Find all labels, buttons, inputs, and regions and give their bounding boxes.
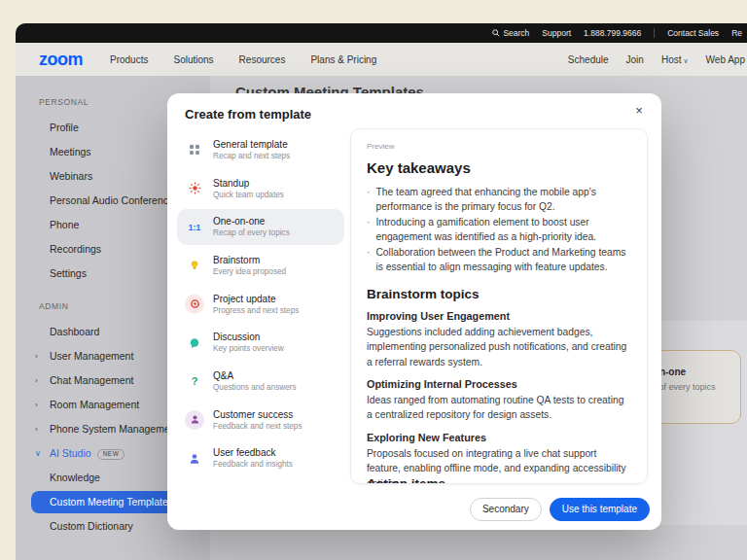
- template-project-update[interactable]: Project updateProgress and next steps: [177, 287, 344, 323]
- secondary-button[interactable]: Secondary: [470, 498, 542, 521]
- nav-solutions[interactable]: Solutions: [173, 54, 213, 65]
- search-link[interactable]: Search: [492, 28, 529, 38]
- chevron-right-icon: ›: [35, 344, 38, 368]
- qa-icon: ?: [185, 371, 204, 391]
- nav-schedule[interactable]: Schedule: [568, 54, 609, 65]
- general-template-icon: [185, 140, 204, 159]
- modal-footer: Secondary Use this template: [470, 498, 650, 521]
- template-preview-panel[interactable]: Preview Key takeaways ·The team agreed t…: [350, 128, 648, 484]
- nav-plans-pricing[interactable]: Plans & Pricing: [310, 54, 376, 65]
- use-this-template-button[interactable]: Use this template: [550, 498, 650, 521]
- customer-success-icon: [185, 410, 204, 430]
- phone-number[interactable]: 1.888.799.9666: [584, 28, 641, 38]
- chevron-right-icon: ›: [35, 417, 38, 441]
- discussion-icon: [185, 333, 204, 353]
- chevron-down-icon: ∨: [35, 441, 41, 466]
- template-standup[interactable]: StandupQuick team updates: [177, 171, 344, 207]
- takeaway-bullet: ·Introducing a gamification element to b…: [367, 215, 631, 245]
- search-label: Search: [503, 28, 529, 38]
- preview-label: Preview: [367, 142, 631, 151]
- modal-title: Create from template: [185, 107, 311, 122]
- template-list: General templateRecap and next steps Sta…: [177, 132, 344, 479]
- takeaway-bullet: ·The team agreed that enhancing the mobi…: [367, 185, 631, 215]
- request-demo-link[interactable]: Re: [731, 28, 742, 38]
- preview-subheading: Brainstorm topics: [367, 287, 631, 301]
- template-general[interactable]: General templateRecap and next steps: [177, 132, 344, 168]
- preview-heading: Key takeaways: [367, 159, 631, 176]
- clipped-heading: Action items: [367, 476, 445, 484]
- chevron-right-icon: ›: [35, 368, 38, 393]
- nav-host[interactable]: Host∨: [661, 54, 689, 65]
- chevron-right-icon: ›: [35, 393, 38, 417]
- close-icon[interactable]: ×: [630, 102, 648, 120]
- nav-resources[interactable]: Resources: [239, 54, 286, 65]
- project-update-icon: [185, 295, 204, 314]
- main-nav: zoom Products Solutions Resources Plans …: [16, 43, 747, 76]
- template-user-feedback[interactable]: User feedbackFeedback and insights: [177, 440, 344, 476]
- utility-bar: Search Support 1.888.799.9666 Contact Sa…: [16, 23, 747, 43]
- nav-links: Products Solutions Resources Plans & Pri…: [110, 54, 376, 65]
- bullet-icon: ·: [367, 185, 370, 215]
- nav-web-app[interactable]: Web App: [706, 54, 745, 65]
- contact-sales-link[interactable]: Contact Sales: [667, 28, 719, 38]
- new-badge: NEW: [97, 449, 125, 460]
- template-one-on-one[interactable]: 1:1 One-on-oneRecap of every topics: [177, 209, 344, 245]
- template-qa[interactable]: ? Q&AQuestions and answers: [177, 364, 344, 400]
- topic-title: Exploring New Features: [367, 432, 631, 443]
- template-brainstorm[interactable]: BrainstormEvery idea proposed: [177, 248, 344, 284]
- template-discussion[interactable]: DiscussionKey points overview: [177, 325, 344, 361]
- brainstorm-icon: [185, 256, 204, 275]
- topbar-divider: [654, 28, 655, 38]
- bullet-icon: ·: [367, 215, 370, 245]
- create-from-template-modal: Create from template × General templateR…: [167, 93, 661, 530]
- takeaway-bullet: ·Collaboration between the Product and M…: [367, 245, 631, 275]
- bullet-icon: ·: [367, 245, 370, 275]
- search-icon: [492, 29, 500, 37]
- nav-join[interactable]: Join: [626, 54, 644, 65]
- zoom-logo[interactable]: zoom: [39, 50, 83, 70]
- topic-body: Ideas ranged from automating routine QA …: [367, 393, 631, 423]
- topic-body: Suggestions included adding achievement …: [367, 325, 631, 369]
- nav-products[interactable]: Products: [110, 54, 148, 65]
- support-link[interactable]: Support: [542, 28, 571, 38]
- topic-title: Optimizing Internal Processes: [367, 378, 631, 390]
- template-customer-success[interactable]: Customer successFeedback and next steps: [177, 402, 344, 438]
- user-feedback-icon: [185, 449, 204, 469]
- standup-icon: [185, 179, 204, 198]
- nav-right: Schedule Join Host∨ Web App: [568, 54, 745, 65]
- topic-title: Improving User Engagement: [367, 310, 631, 322]
- one-on-one-icon: 1:1: [185, 218, 204, 237]
- chevron-down-icon: ∨: [683, 57, 688, 64]
